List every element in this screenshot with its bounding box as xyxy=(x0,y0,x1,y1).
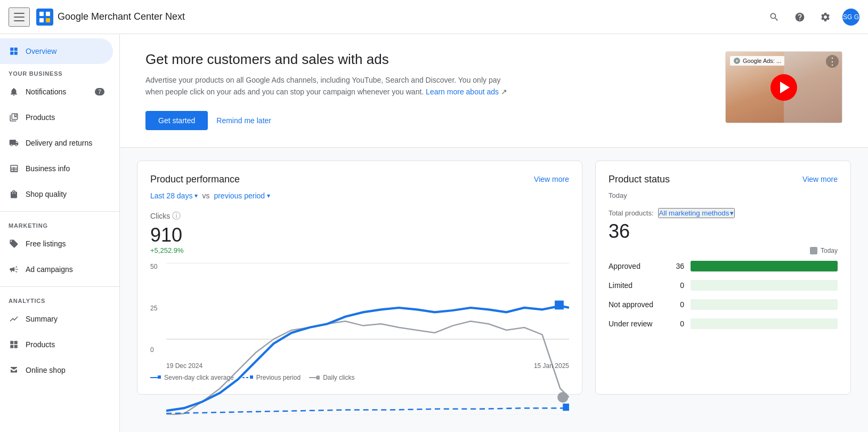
section-label-business: YOUR BUSINESS xyxy=(0,64,119,79)
total-products-row: Total products: All marketing methods ▾ xyxy=(609,208,838,218)
limited-count: 0 xyxy=(668,281,684,290)
date-filter-chevron: ▾ xyxy=(194,192,198,199)
filter-row: Last 28 days ▾ vs previous period ▾ xyxy=(150,191,569,200)
promo-actions: Get started Remind me later xyxy=(145,111,518,130)
main-layout: Overview YOUR BUSINESS Notifications 7 P… xyxy=(0,0,868,432)
sidebar-item-shop-quality[interactable]: Shop quality xyxy=(0,181,113,207)
menu-button[interactable] xyxy=(9,7,30,27)
performance-view-more[interactable]: View more xyxy=(534,175,569,183)
video-label-text: Google Ads: ... xyxy=(743,58,781,64)
chart-container: 50 25 0 xyxy=(150,263,569,370)
approved-bar-wrap xyxy=(691,261,838,271)
y-label-25: 25 xyxy=(150,305,166,312)
promo-banner: Get more customers and sales with ads Ad… xyxy=(120,34,868,148)
under-review-count: 0 xyxy=(668,319,684,328)
not-approved-label: Not approved xyxy=(609,300,662,309)
help-button[interactable] xyxy=(789,6,810,28)
tag-icon xyxy=(9,239,19,249)
section-label-analytics: ANALYTICS xyxy=(0,291,119,306)
divider-marketing xyxy=(0,211,119,212)
metric-label-text: Clicks xyxy=(150,212,170,220)
chart-y-labels: 50 25 0 xyxy=(150,263,166,354)
status-view-more[interactable]: View more xyxy=(802,175,838,183)
table-icon xyxy=(9,164,19,173)
free-listings-label: Free listings xyxy=(26,239,66,248)
svg-rect-8 xyxy=(555,300,564,309)
delivery-label: Delivery and returns xyxy=(26,139,92,147)
svg-rect-10 xyxy=(563,404,569,411)
logo-icon xyxy=(36,9,53,26)
chart-x-labels: 19 Dec 2024 15 Jan 2025 xyxy=(166,362,569,370)
status-today: Today xyxy=(609,191,838,199)
compare-filter-chevron: ▾ xyxy=(267,192,270,199)
video-play-button[interactable] xyxy=(770,74,797,101)
sidebar-item-business-info[interactable]: Business info xyxy=(0,156,113,181)
logo: Google Merchant Center Next xyxy=(36,9,185,26)
learn-more-link[interactable]: Learn more about ads xyxy=(426,87,499,96)
sidebar-item-summary[interactable]: Summary xyxy=(0,306,113,332)
chart-icon xyxy=(9,314,19,324)
total-filter-button[interactable]: All marketing methods ▾ xyxy=(658,208,735,218)
approved-bar xyxy=(691,261,838,271)
topbar: Google Merchant Center Next SG G xyxy=(0,0,868,34)
sidebar-item-delivery[interactable]: Delivery and returns xyxy=(0,130,113,156)
products-label: Products xyxy=(26,113,55,122)
performance-card-header: Product performance View more xyxy=(150,174,569,185)
svg-point-9 xyxy=(557,392,568,403)
svg-rect-4 xyxy=(46,18,50,22)
cards-area: Product performance View more Last 28 da… xyxy=(120,148,868,407)
total-filter-chevron: ▾ xyxy=(730,209,734,217)
overview-icon xyxy=(9,46,19,56)
metric-change: +5,252.9% xyxy=(150,246,569,254)
total-label: Total products: xyxy=(609,209,654,217)
ad-campaigns-label: Ad campaigns xyxy=(26,265,73,274)
y-label-50: 50 xyxy=(150,263,166,270)
not-approved-count: 0 xyxy=(668,300,684,309)
settings-button[interactable] xyxy=(815,6,836,28)
legend-seven-day-icon xyxy=(150,375,161,380)
sidebar-item-online-shop[interactable]: Online shop xyxy=(0,357,113,383)
status-row-limited: Limited 0 xyxy=(609,280,838,291)
under-review-bar-wrap xyxy=(691,318,838,329)
sidebar-item-products[interactable]: Products xyxy=(0,105,113,130)
sidebar-item-products-analytics[interactable]: Products xyxy=(0,332,113,357)
divider-analytics xyxy=(0,286,119,287)
video-label: Google Ads: ... xyxy=(730,56,784,66)
get-started-button[interactable]: Get started xyxy=(145,111,208,130)
video-thumbnail[interactable]: Google Ads: ... ⋮ xyxy=(725,51,842,123)
avatar[interactable]: SG G xyxy=(842,9,859,26)
chart-svg xyxy=(166,263,569,415)
status-row-under-review: Under review 0 xyxy=(609,318,838,329)
store-icon xyxy=(9,365,19,375)
approved-count: 36 xyxy=(668,262,684,270)
sidebar-item-notifications[interactable]: Notifications 7 xyxy=(0,79,113,105)
sidebar-item-overview[interactable]: Overview xyxy=(0,38,113,64)
video-more-button[interactable]: ⋮ xyxy=(826,55,839,68)
product-performance-card: Product performance View more Last 28 da… xyxy=(137,161,582,395)
promo-description: Advertise your products on all Google Ad… xyxy=(145,74,518,98)
remind-later-button[interactable]: Remind me later xyxy=(216,116,271,125)
status-row-approved: Approved 36 xyxy=(609,261,838,271)
svg-rect-1 xyxy=(39,12,44,16)
date-filter-button[interactable]: Last 28 days ▾ xyxy=(150,191,198,200)
bell-icon xyxy=(9,87,19,97)
total-count: 36 xyxy=(609,220,838,243)
svg-rect-3 xyxy=(39,18,44,22)
sidebar-item-free-listings[interactable]: Free listings xyxy=(0,231,113,257)
compare-filter-button[interactable]: previous period ▾ xyxy=(214,191,270,200)
limited-bar-wrap xyxy=(691,280,838,291)
search-button[interactable] xyxy=(764,6,785,28)
x-label-end: 15 Jan 2025 xyxy=(534,362,569,370)
metric-label: Clicks ⓘ xyxy=(150,211,569,222)
y-label-0: 0 xyxy=(150,346,166,354)
notifications-label: Notifications xyxy=(26,87,66,96)
topbar-left: Google Merchant Center Next xyxy=(9,7,764,27)
promo-content: Get more customers and sales with ads Ad… xyxy=(145,51,518,130)
overview-label: Overview xyxy=(26,47,56,55)
topbar-right: SG G xyxy=(764,6,859,28)
sidebar-item-ad-campaigns[interactable]: Ad campaigns xyxy=(0,257,113,282)
vs-text: vs xyxy=(202,191,209,200)
bag-icon xyxy=(9,189,19,199)
shop-quality-label: Shop quality xyxy=(26,190,67,198)
truck-icon xyxy=(9,138,19,148)
